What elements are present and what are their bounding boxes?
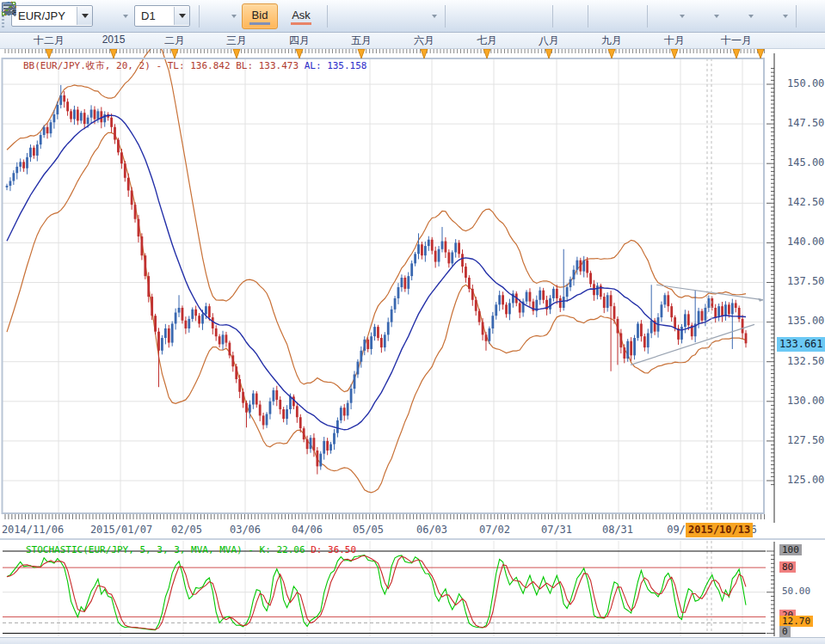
zoom-in-icon[interactable] [335, 6, 355, 27]
bb-label-main: BB(EUR/JPY.收市, 20, 2) - TL: 136.842 BL: … [23, 60, 299, 71]
list-icon[interactable] [803, 6, 824, 27]
price-tick-label: 135.00 [787, 315, 824, 327]
price-tick-label: 127.50 [787, 434, 824, 446]
date-tick-label: 05/05 [353, 524, 384, 536]
month-label: 2015 [102, 34, 126, 46]
stoch-tick-label: 100 [779, 544, 802, 555]
price-tick-label: 140.00 [787, 236, 824, 248]
date-tick-label: 06/03 [416, 524, 447, 536]
month-label: 九月 [601, 34, 622, 48]
fibonacci-icon[interactable]: F [689, 6, 710, 27]
toolbar-separator [199, 5, 200, 28]
price-tick-label: 142.50 [787, 196, 824, 208]
visibility-icon[interactable] [501, 6, 521, 27]
month-label: 十一月 [721, 34, 752, 48]
date-tick-label: 2014/11/06 [2, 524, 64, 536]
image-icon[interactable] [595, 6, 616, 27]
stoch-tick-label: 0 [779, 626, 791, 637]
month-label: 七月 [477, 34, 497, 48]
zoom-out-icon[interactable] [359, 6, 379, 27]
price-tick-label: 147.50 [787, 117, 824, 129]
chevron-down-icon[interactable] [678, 6, 686, 27]
date-tick-label: 2015/01/07 [90, 524, 152, 536]
panel-separator[interactable] [0, 538, 825, 540]
month-label: 十月 [664, 34, 685, 48]
month-label: 二月 [164, 34, 185, 48]
date-tick-label: 09/ [667, 524, 686, 536]
stoch-label-main: STOCHASTIC(EUR/JPY, 5, 3, 3, MVA, MVA) -… [26, 544, 305, 555]
month-ruler[interactable]: 十二月2015二月三月四月五月六月七月八月九月十月十一月 [0, 33, 825, 49]
symbol-select[interactable]: EUR/JPY [11, 5, 93, 27]
chevron-down-icon[interactable] [430, 6, 438, 27]
chart-type-icon[interactable] [206, 6, 227, 27]
link-charts-icon[interactable] [98, 6, 119, 27]
date-tick-label: 02/05 [171, 524, 202, 536]
chevron-down-icon[interactable] [121, 6, 129, 27]
date-tick-label: 04/06 [292, 524, 323, 536]
stoch-tick-label: 80 [779, 561, 796, 573]
zoom-box-icon[interactable] [407, 6, 428, 27]
symbol-select-value: EUR/JPY [18, 9, 71, 22]
month-label: 四月 [289, 34, 310, 48]
price-tick-label: 137.50 [787, 275, 824, 287]
chevron-down-icon[interactable] [747, 6, 754, 27]
month-label: 十二月 [34, 34, 65, 48]
vertical-scale-icon[interactable] [453, 6, 473, 27]
price-tick-label: 150.00 [787, 77, 824, 89]
toolbar-separator [552, 5, 553, 28]
toolbar-separator [445, 5, 446, 28]
chevron-down-icon[interactable] [174, 7, 189, 25]
stoch-label-d: D: 36.50 [305, 544, 357, 555]
chevron-down-icon[interactable] [230, 6, 237, 27]
month-label: 三月 [226, 34, 247, 48]
stochastic-indicator-label: STOCHASTIC(EUR/JPY, 5, 3, 3, MVA, MVA) -… [26, 544, 356, 555]
toolbar-separator [588, 5, 588, 28]
trading-terminal-window: EUR/JPYD1BidAskF 十二月2015二月三月四月五月六月七月八月九月… [0, 0, 825, 644]
price-tick-label: 130.00 [787, 395, 824, 407]
timeframe-select[interactable]: D1 [134, 5, 190, 27]
ask-button[interactable]: Ask [283, 3, 319, 29]
last-price-tag: 133.661 [777, 337, 825, 352]
bid-button[interactable]: Bid [242, 3, 278, 29]
pitchfork-icon[interactable] [655, 6, 675, 27]
main-toolbar: EUR/JPYD1BidAskF [0, 0, 825, 33]
toolbar-separator [796, 5, 797, 28]
selected-date-tag: 2015/10/13 [686, 523, 753, 537]
month-label: 八月 [539, 34, 559, 48]
annotation-icon[interactable] [477, 6, 497, 27]
timeframe-select-value: D1 [141, 9, 169, 22]
month-label: 五月 [351, 34, 372, 48]
price-tick-label: 145.00 [787, 156, 824, 169]
zoom-cursor-icon[interactable] [383, 6, 403, 27]
stoch-tick-label: 50.00 [779, 586, 813, 597]
price-tick-label: 132.50 [787, 355, 824, 367]
window-bottom-edge [0, 637, 825, 644]
date-tick-label: 07/31 [541, 524, 572, 536]
chevron-down-icon[interactable] [77, 7, 92, 25]
chevron-down-icon[interactable] [712, 6, 720, 27]
ruler-icon[interactable] [560, 6, 581, 27]
date-tick-label: 08/31 [602, 524, 633, 536]
chart-window-icon[interactable] [619, 6, 640, 27]
price-tick-label: 125.00 [787, 474, 824, 486]
chevron-down-icon[interactable] [781, 6, 789, 27]
date-tick-label: 03/06 [230, 524, 261, 536]
trendline-icon[interactable] [758, 6, 779, 27]
web-icon[interactable] [525, 6, 545, 27]
date-tick-label: 07/02 [479, 524, 510, 536]
toolbar-separator [327, 5, 328, 28]
bollinger-indicator-label: BB(EUR/JPY.收市, 20, 2) - TL: 136.842 BL: … [23, 59, 367, 72]
fan-lines-icon[interactable] [723, 6, 744, 27]
bb-label-al: AL: 135.158 [299, 60, 366, 71]
month-label: 六月 [414, 34, 434, 48]
toolbar-separator [647, 5, 648, 28]
